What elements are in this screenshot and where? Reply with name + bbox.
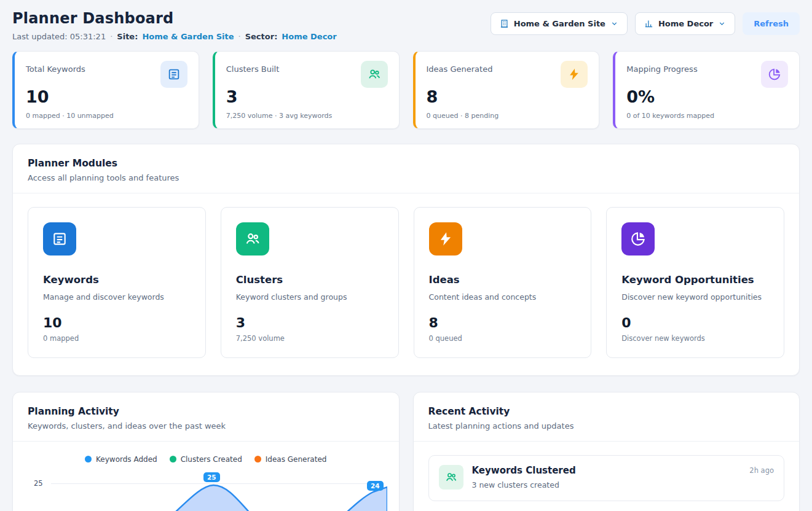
stat-value: 0% — [626, 88, 788, 106]
module-sub: Discover new keywords — [621, 334, 769, 343]
divider — [414, 441, 800, 442]
document-icon — [160, 61, 187, 88]
module-title: Clusters — [236, 274, 384, 286]
data-point-label: 25 — [203, 472, 220, 483]
module-title: Keywords — [43, 274, 191, 286]
users-icon — [439, 465, 463, 490]
planner-modules-section: Planner Modules Access all planning tool… — [12, 144, 800, 376]
section-title: Recent Activity — [428, 406, 785, 417]
stat-label: Mapping Progress — [626, 61, 697, 74]
topbar: Planner Dashboard Last updated: 05:31:21… — [12, 10, 800, 41]
legend-label: Ideas Generated — [266, 455, 327, 464]
last-updated-text: Last updated: 05:31:21 — [12, 32, 106, 41]
stat-sub: 0 queued · 8 pending — [427, 112, 588, 120]
separator: · — [110, 32, 112, 41]
legend-item-keywords-added: Keywords Added — [85, 455, 157, 464]
module-value: 0 — [621, 315, 769, 330]
module-sub: 0 mapped — [43, 334, 191, 343]
planner-dashboard-page: Planner Dashboard Last updated: 05:31:21… — [0, 0, 812, 511]
sector-label: Sector: — [245, 32, 278, 41]
refresh-button[interactable]: Refresh — [743, 12, 800, 35]
stat-sub: 0 of 10 keywords mapped — [626, 112, 788, 120]
page-title: Planner Dashboard — [12, 10, 337, 27]
building-icon — [500, 19, 509, 28]
bolt-icon — [429, 222, 462, 256]
module-description: Content ideas and concepts — [429, 292, 577, 302]
module-card-clusters[interactable]: Clusters Keyword clusters and groups 3 7… — [221, 207, 399, 358]
divider — [13, 441, 399, 442]
planning-activity-card: Planning Activity Keywords, clusters, an… — [12, 392, 400, 511]
bottom-row: Planning Activity Keywords, clusters, an… — [12, 376, 800, 511]
section-subtitle: Latest planning actions and updates — [428, 421, 785, 431]
section-title: Planning Activity — [28, 406, 384, 417]
sector-selector-value: Home Decor — [658, 19, 713, 28]
module-card-keywords[interactable]: Keywords Manage and discover keywords 10… — [28, 207, 206, 358]
legend-label: Keywords Added — [96, 455, 157, 464]
stat-label: Clusters Built — [226, 61, 280, 74]
section-subtitle: Keywords, clusters, and ideas over the p… — [28, 421, 384, 431]
module-card-ideas[interactable]: Ideas Content ideas and concepts 8 0 que… — [414, 207, 592, 358]
sector-selector-dropdown[interactable]: Home Decor — [635, 12, 735, 35]
legend-dot-icon — [170, 456, 176, 462]
stat-card-ideas-generated: Ideas Generated 8 0 queued · 8 pending — [413, 51, 600, 129]
stat-sub: 0 mapped · 10 unmapped — [26, 112, 187, 120]
sector-link[interactable]: Home Decor — [282, 32, 336, 41]
users-icon — [236, 222, 269, 256]
area-chart — [52, 478, 387, 511]
bar-chart-icon — [644, 19, 653, 28]
modules-grid: Keywords Manage and discover keywords 10… — [28, 207, 784, 358]
chevron-down-icon — [718, 20, 726, 28]
module-description: Keyword clusters and groups — [236, 292, 384, 302]
legend-item-clusters-created: Clusters Created — [170, 455, 242, 464]
module-description: Discover new keyword opportunities — [621, 292, 769, 302]
activity-description: 3 new clusters created — [472, 480, 576, 490]
stat-card-total-keywords: Total Keywords 10 0 mapped · 10 unmapped — [12, 51, 199, 129]
stats-row: Total Keywords 10 0 mapped · 10 unmapped… — [12, 51, 800, 129]
section-title: Planner Modules — [28, 158, 784, 169]
legend-dot-icon — [254, 456, 261, 462]
site-selector-dropdown[interactable]: Home & Garden Site — [491, 12, 628, 35]
site-link[interactable]: Home & Garden Site — [142, 32, 234, 41]
stat-label: Ideas Generated — [427, 61, 493, 74]
module-value: 3 — [236, 315, 384, 330]
stat-value: 10 — [26, 88, 187, 106]
stat-card-clusters-built: Clusters Built 3 7,250 volume · 3 avg ke… — [213, 51, 400, 129]
bolt-icon — [561, 61, 588, 88]
divider — [13, 193, 799, 193]
pie-chart-icon — [761, 61, 788, 88]
users-icon — [361, 61, 388, 88]
stat-value: 8 — [427, 88, 588, 106]
chart-legend: Keywords Added Clusters Created Ideas Ge… — [28, 455, 384, 464]
recent-activity-card: Recent Activity Latest planning actions … — [413, 392, 800, 511]
module-sub: 7,250 volume — [236, 334, 384, 343]
module-value: 10 — [43, 315, 191, 330]
module-value: 8 — [429, 315, 577, 330]
meta-line: Last updated: 05:31:21 · Site: Home & Ga… — [12, 32, 337, 41]
activity-item-keywords-clustered[interactable]: Keywords Clustered 3 new clusters create… — [428, 455, 785, 501]
topbar-controls: Home & Garden Site Home Decor Refresh — [491, 12, 800, 35]
separator: · — [238, 32, 241, 41]
section-subtitle: Access all planning tools and features — [28, 173, 784, 182]
legend-label: Clusters Created — [181, 455, 242, 464]
pie-chart-icon — [621, 222, 655, 256]
legend-dot-icon — [85, 456, 92, 462]
activity-item-body: Keywords Clustered 3 new clusters create… — [472, 465, 576, 490]
activity-title: Keywords Clustered — [472, 465, 576, 476]
y-axis-tick: 25 — [34, 479, 43, 488]
module-description: Manage and discover keywords — [43, 292, 191, 302]
module-title: Ideas — [429, 274, 577, 286]
document-icon — [43, 222, 76, 256]
site-selector-value: Home & Garden Site — [514, 19, 605, 28]
module-sub: 0 queued — [429, 334, 577, 343]
stat-card-mapping-progress: Mapping Progress 0% 0 of 10 keywords map… — [613, 51, 800, 129]
data-point-label: 24 — [367, 481, 384, 491]
stat-label: Total Keywords — [26, 61, 85, 74]
module-title: Keyword Opportunities — [621, 274, 769, 286]
legend-item-ideas-generated: Ideas Generated — [254, 455, 327, 464]
module-card-keyword-opportunities[interactable]: Keyword Opportunities Discover new keywo… — [606, 207, 784, 358]
stat-sub: 7,250 volume · 3 avg keywords — [226, 112, 388, 120]
planning-activity-chart: 25 25 24 — [28, 470, 384, 511]
site-label: Site: — [117, 32, 138, 41]
chevron-down-icon — [610, 20, 618, 28]
topbar-left: Planner Dashboard Last updated: 05:31:21… — [12, 10, 337, 41]
